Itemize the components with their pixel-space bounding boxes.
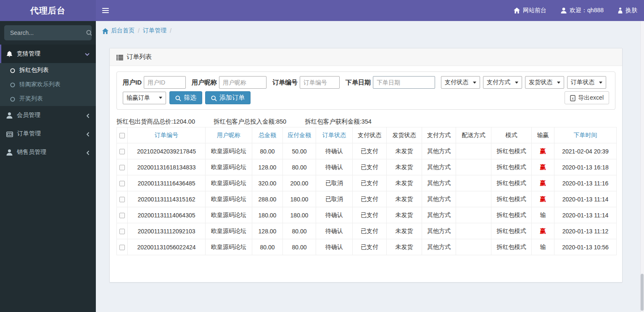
select-all-checkbox[interactable] (119, 133, 125, 138)
cell-ship-status: 未发货 (387, 175, 422, 191)
cell-nickname: 欧皇源码论坛 (206, 159, 252, 175)
sidebar-toggle-button[interactable] (96, 0, 115, 21)
row-checkbox[interactable] (119, 197, 125, 202)
row-checkbox[interactable] (119, 245, 125, 250)
order-date-input[interactable] (373, 76, 435, 89)
col-time[interactable]: 下单时间 (554, 127, 617, 143)
sidebar-item-label: 竞猜管理 (17, 50, 81, 58)
sidebar-search-input[interactable] (4, 29, 86, 36)
cell-time: 2020-01-13 11:16 (554, 175, 617, 191)
cell-pay-method: 其他方式 (422, 159, 456, 175)
cell-delivery (456, 239, 491, 255)
main-content: 后台首页 / 订单管理 / 订单列表 用户ID 用户昵称 订单编号 (96, 21, 644, 312)
order-list-panel: 订单列表 用户ID 用户昵称 订单编号 下单日期 支付状态 (109, 48, 623, 283)
breadcrumb: 后台首页 / 订单管理 / (96, 21, 644, 39)
cell-nickname: 欧皇源码论坛 (206, 239, 252, 255)
filter-row-1: 用户ID 用户昵称 订单编号 下单日期 支付状态 支付方式 (123, 76, 609, 89)
breadcrumb-separator: / (138, 27, 140, 34)
chevron-left-icon (87, 130, 90, 137)
row-checkbox[interactable] (119, 213, 125, 218)
table-row: 202102042039217845 欧皇源码论坛 80.00 50.00 待确… (117, 143, 617, 159)
app-logo[interactable]: 代理后台 (0, 0, 96, 21)
sidebar-item-huiyuan-guanli[interactable]: 会员管理 (0, 106, 96, 124)
filter-button[interactable]: 筛选 (169, 91, 202, 104)
nickname-label: 用户昵称 (192, 79, 217, 87)
cell-pay-method: 其他方式 (422, 191, 456, 207)
row-checkbox[interactable] (119, 165, 125, 170)
cell-payable: 180.00 (283, 207, 316, 223)
export-excel-button[interactable]: x 导出excel (565, 91, 609, 104)
sidebar-item-jingcai-guanli[interactable]: 竞猜管理 (0, 45, 96, 63)
nickname-input[interactable] (219, 76, 267, 89)
order-no-input[interactable] (300, 76, 340, 89)
scrollbar-track[interactable] (640, 21, 644, 312)
order-status-select[interactable]: 订单状态 (567, 76, 606, 89)
add-order-button[interactable]: 添加订单 (205, 91, 251, 104)
winloss-select[interactable]: 输赢订单 (123, 92, 166, 104)
pay-method-select[interactable]: 支付方式 (483, 76, 522, 89)
caret-down-icon (473, 82, 476, 84)
col-order-no[interactable]: 订单编号 (128, 127, 206, 143)
filter-button-label: 筛选 (184, 94, 196, 102)
cell-mode: 拆红包模式 (491, 239, 532, 255)
cell-order-no: 202001131114064305 (128, 207, 206, 223)
cell-delivery (456, 143, 491, 159)
cell-pay-status: 已支付 (353, 159, 387, 175)
cell-order-status: 已取消 (316, 175, 353, 191)
breadcrumb-current-link[interactable]: 订单管理 (143, 27, 166, 34)
cell-pay-method: 其他方式 (422, 175, 456, 191)
user-id-input[interactable] (144, 76, 186, 89)
row-checkbox[interactable] (119, 149, 125, 154)
orders-table: 订单编号 用户昵称 总金额 应付金额 订单状态 支付状态 发货状态 支付方式 配… (116, 127, 617, 255)
sidebar-item-label: 销售员管理 (17, 148, 82, 156)
nav-change-skin-link[interactable]: 换肤 (618, 7, 637, 14)
submenu-item-label: 拆红包列表 (19, 66, 49, 74)
cell-order-status: 已取消 (316, 191, 353, 207)
ship-status-select-value: 发货状态 (529, 79, 552, 86)
sidebar-item-kaijiang-list[interactable]: 开奖列表 (0, 92, 96, 106)
user-icon (561, 8, 567, 13)
nav-site-front-link[interactable]: 网站前台 (514, 7, 546, 14)
cell-winloss: 赢 (532, 143, 554, 159)
cell-ship-status: 未发货 (387, 191, 422, 207)
nav-site-front-label: 网站前台 (523, 7, 546, 14)
breadcrumb-home-link[interactable]: 后台首页 (102, 27, 135, 34)
cell-delivery (456, 207, 491, 223)
circle-icon (10, 81, 15, 88)
sidebar-item-label: 订单管理 (17, 130, 82, 137)
cell-nickname: 欧皇源码论坛 (206, 143, 252, 159)
sidebar-item-caihejiahuanle-list[interactable]: 猜阖家欢乐列表 (0, 77, 96, 92)
caret-down-icon (599, 82, 602, 84)
col-ship-status: 发货状态 (387, 127, 422, 143)
excel-file-icon: x (570, 94, 575, 101)
summary-total-goods: 拆红包出货商品总价:1204.00 (116, 118, 195, 126)
panel-header: 订单列表 (110, 48, 622, 66)
col-order-status[interactable]: 订单状态 (316, 127, 353, 143)
col-delivery: 配送方式 (456, 127, 491, 143)
scrollbar-thumb[interactable] (641, 274, 644, 311)
row-checkbox[interactable] (119, 181, 125, 186)
cell-winloss: 赢 (532, 223, 554, 239)
sidebar-item-chaihongbao-list[interactable]: 拆红包列表 (0, 63, 96, 77)
sidebar-search-button[interactable] (86, 25, 92, 40)
bell-icon (6, 50, 13, 57)
nav-welcome-user[interactable]: 欢迎：qh888 (561, 7, 604, 14)
table-header-row: 订单编号 用户昵称 总金额 应付金额 订单状态 支付状态 发货状态 支付方式 配… (117, 127, 617, 143)
table-row: 202001131618134833 欧皇源码论坛 128.00 80.00 待… (117, 159, 617, 175)
cell-payable: 200.00 (283, 175, 316, 191)
submenu-item-label: 猜阖家欢乐列表 (19, 81, 61, 88)
row-checkbox[interactable] (119, 229, 125, 234)
ship-status-select[interactable]: 发货状态 (525, 76, 564, 89)
cell-time: 2020-01-13 11:14 (554, 207, 617, 223)
cell-mode: 拆红包模式 (491, 207, 532, 223)
col-total[interactable]: 总金额 (252, 127, 283, 143)
search-icon (86, 29, 92, 36)
col-nickname[interactable]: 用户昵称 (206, 127, 252, 143)
user-icon (6, 149, 13, 156)
sidebar-item-dingdan-guanli[interactable]: 1 订单管理 (0, 124, 96, 143)
col-payable[interactable]: 应付金额 (283, 127, 316, 143)
sidebar-item-xiaoshouyuan-guanli[interactable]: 销售员管理 (0, 143, 96, 161)
order-no-label: 订单编号 (272, 79, 298, 87)
pay-status-select[interactable]: 支付状态 (441, 76, 480, 89)
panel-body: 用户ID 用户昵称 订单编号 下单日期 支付状态 支付方式 (110, 66, 622, 272)
